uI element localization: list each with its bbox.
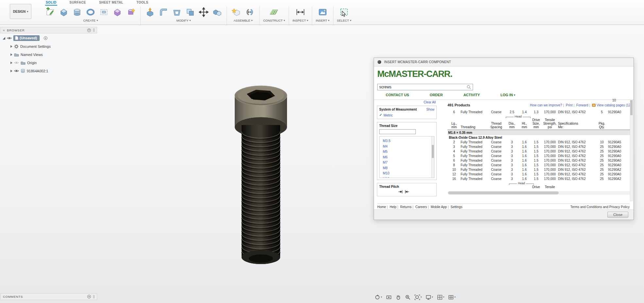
construct-menu[interactable]: CONSTRUCT▾ — [263, 19, 285, 22]
part-number-link[interactable]: 91290A0 — [608, 158, 630, 163]
table-row[interactable]: 10 Fully Threaded Coarse 3 1.6 1.5 170,0… — [448, 168, 632, 172]
horizontal-scrollbar[interactable] — [448, 191, 632, 195]
project-button[interactable] — [98, 6, 110, 18]
create-sketch-button[interactable] — [44, 6, 56, 18]
panel-grip-handle[interactable] — [93, 295, 94, 298]
expand-icon[interactable] — [10, 62, 12, 64]
expand-collapse-icon[interactable] — [3, 37, 5, 40]
thread-size-scrollbar[interactable] — [431, 136, 434, 178]
design-workspace-button[interactable]: DESIGN ▾ — [10, 4, 31, 19]
thread-size-option[interactable]: M7 — [383, 160, 434, 165]
insert-button[interactable] — [317, 6, 329, 18]
thread-size-option[interactable]: M8 — [383, 165, 434, 171]
footer-link[interactable]: Help — [386, 205, 397, 209]
tree-item-origin[interactable]: Origin — [3, 59, 96, 67]
thread-size-option[interactable]: M4 — [383, 144, 434, 149]
footer-link[interactable]: Settings — [447, 205, 463, 209]
screw-3d-model[interactable] — [209, 75, 313, 278]
coil-button[interactable] — [125, 6, 137, 18]
nav-activity[interactable]: ACTIVITY — [464, 93, 480, 97]
dialog-header[interactable]: INSERT MCMASTER-CARR COMPONENT — [374, 58, 634, 66]
close-button[interactable]: Close — [607, 212, 628, 218]
part-number-link[interactable]: 91290A0 — [608, 110, 630, 115]
metric-filter-link[interactable]: Metric — [383, 113, 393, 117]
select-menu[interactable]: SELECT▾ — [337, 19, 351, 22]
part-number-link[interactable]: 91290A2 — [608, 168, 630, 172]
footer-link[interactable]: Mobile App — [427, 205, 447, 209]
tree-item-component[interactable]: 91864A002:1 — [3, 67, 96, 75]
nav-contact-us[interactable]: CONTACT US — [386, 93, 409, 97]
scrollbar-thumb[interactable] — [630, 100, 633, 115]
thread-size-option[interactable]: M12 — [383, 176, 434, 178]
catalog-pages-link[interactable]: View catalog pages (12) — [588, 103, 632, 107]
grid-settings-button[interactable]: ▾ — [436, 294, 446, 301]
panel-options-icon[interactable] — [87, 295, 91, 298]
tab-surface[interactable]: SURFACE — [69, 0, 87, 6]
part-number-link[interactable]: 91290A5 — [608, 140, 630, 145]
joint-button[interactable] — [244, 6, 256, 18]
sweep-button[interactable] — [85, 6, 96, 18]
insert-menu[interactable]: INSERT▾ — [316, 19, 330, 22]
display-settings-button[interactable]: ▾ — [425, 294, 434, 301]
nav-order[interactable]: ORDER — [430, 93, 443, 97]
table-row[interactable]: 8 Fully Threaded Coarse 3 1.6 1.5 170,00… — [448, 163, 632, 168]
table-row[interactable]: 12 Fully Threaded Coarse 3 1.6 1.5 170,0… — [448, 172, 632, 177]
orbit-button[interactable]: ▾ — [374, 294, 383, 301]
shell-button[interactable] — [171, 6, 183, 18]
eye-hidden-icon[interactable] — [14, 61, 19, 64]
thread-size-option[interactable]: M6 — [383, 154, 434, 160]
measure-button[interactable] — [295, 6, 306, 18]
zoom-button[interactable] — [404, 294, 412, 301]
assemble-menu[interactable]: ASSEMBLE▾ — [233, 19, 252, 22]
clear-all-link[interactable]: Clear All — [424, 100, 436, 104]
pan-button[interactable] — [395, 294, 402, 301]
primitive-box-button[interactable] — [111, 6, 123, 18]
browser-panel-header[interactable]: « BROWSER — [0, 27, 97, 33]
table-row[interactable]: 2 Fully Threaded Coarse 3 1.6 1.5 170,00… — [448, 140, 632, 145]
improve-link[interactable]: How can we improve? — [530, 103, 562, 107]
table-row[interactable]: 3 Fully Threaded Coarse 3 1.6 1.5 170,00… — [448, 145, 632, 149]
thread-size-option[interactable]: M10 — [383, 170, 434, 176]
scrollbar-thumb[interactable] — [432, 145, 434, 158]
forward-link[interactable]: Forward — [572, 103, 588, 107]
thread-size-input[interactable] — [379, 129, 416, 134]
press-pull-button[interactable] — [144, 6, 156, 18]
eye-visible-icon[interactable] — [14, 69, 19, 73]
footer-link[interactable]: Home — [377, 205, 386, 209]
combine-button[interactable] — [184, 6, 196, 18]
new-component-button[interactable] — [230, 6, 242, 18]
align-button[interactable] — [211, 6, 223, 18]
search-input[interactable] — [379, 85, 466, 89]
search-icon[interactable] — [466, 85, 471, 89]
part-number-link[interactable]: 91290A0 — [608, 172, 630, 177]
inspect-menu[interactable]: INSPECT▾ — [293, 19, 308, 22]
viewports-button[interactable]: ▾ — [447, 294, 457, 301]
collapse-panel-icon[interactable]: « — [3, 28, 5, 32]
part-number-link[interactable]: 91290A0 — [608, 145, 630, 149]
move-button[interactable] — [198, 6, 210, 18]
scrollbar-thumb[interactable] — [448, 191, 559, 194]
tree-root-row[interactable]: (Unsaved) — [3, 34, 96, 42]
print-link[interactable]: Print — [562, 103, 572, 107]
part-number-link[interactable]: 91290A0 — [608, 154, 630, 158]
eye-visible-icon[interactable] — [7, 36, 12, 40]
vertical-scrollbar[interactable] — [630, 99, 633, 201]
tab-solid[interactable]: SOLID — [45, 0, 57, 6]
activate-component-radio[interactable] — [44, 36, 47, 40]
modify-menu[interactable]: MODIFY▾ — [177, 19, 191, 22]
panel-grip-handle[interactable] — [93, 28, 94, 32]
part-number-link[interactable]: 91290A2 — [608, 177, 630, 181]
table-row[interactable]: 4 Fully Threaded Coarse 3 1.6 1.5 170,00… — [448, 149, 632, 154]
table-row-partial[interactable]: 6 Fully Threaded Coarse 2.5 1.4 1.3 170,… — [448, 110, 632, 115]
construct-plane-button[interactable] — [268, 6, 280, 18]
tab-sheet-metal[interactable]: SHEET METAL — [98, 0, 124, 6]
footer-terms[interactable]: Terms and Conditions and Privacy Policy — [570, 205, 630, 209]
revolve-button[interactable] — [71, 6, 83, 18]
comments-panel-header[interactable]: COMMENTS — [0, 293, 97, 300]
table-row[interactable]: 16 Fully Threaded Coarse 3 1.6 1.5 170,0… — [448, 177, 632, 181]
part-number-link[interactable]: 91290A0 — [608, 163, 630, 168]
table-row[interactable]: 5 Fully Threaded Coarse 3 1.6 1.5 170,00… — [448, 154, 632, 158]
expand-icon[interactable] — [10, 53, 12, 56]
nav-log-in[interactable]: LOG IN▾ — [500, 93, 515, 97]
extrude-button[interactable] — [58, 6, 70, 18]
